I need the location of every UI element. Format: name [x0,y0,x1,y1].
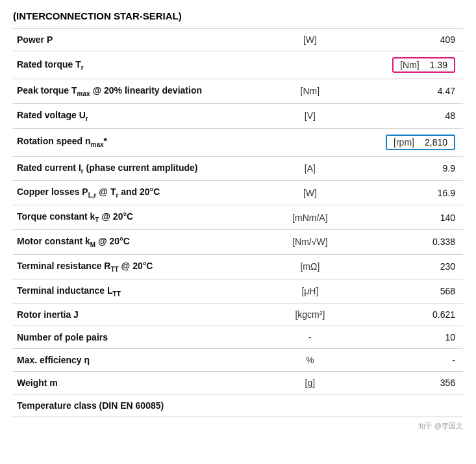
table-row: Temperature class (DIN EN 60085) [13,394,463,417]
row-unit: [μH] [260,279,359,303]
row-unit: [Nm] [394,58,426,71]
header-title: (INTERCONNECTION STAR-SERIAL) [13,10,463,21]
row-value: 356 [360,372,463,394]
table-row: Number of pole pairs-10 [13,326,463,349]
row-value [360,394,463,417]
row-name: Motor constant kM @ 20°C [13,229,260,254]
row-name: Rotation speed nmax* [13,128,260,156]
row-unit: % [260,349,359,372]
row-name: Power P [13,29,260,51]
row-value: 0.338 [360,229,463,254]
row-unit: [A] [260,156,359,181]
row-name: Terminal inductance LTT [13,279,260,303]
table-row: Max. efficiency η%- [13,349,463,372]
table-row: Terminal resistance RTT @ 20°C[mΩ]230 [13,254,463,279]
row-unit: [W] [260,181,359,205]
row-value: 140 [360,205,463,230]
row-name: Torque constant kT @ 20°C [13,205,260,230]
row-value: 0.621 [360,303,463,326]
table-row: Weight m[g]356 [13,372,463,394]
row-highlighted-cell: [rpm]2,810 [260,128,463,156]
table-row: Rated voltage Ur[V]48 [13,103,463,128]
row-name: Rotor inertia J [13,303,260,326]
table-row: Rated current Ir (phase current amplitud… [13,156,463,181]
row-unit [260,394,359,417]
row-unit: [g] [260,372,359,394]
row-value: 568 [360,279,463,303]
row-name: Temperature class (DIN EN 60085) [13,394,260,417]
row-value: 1.39 [426,58,454,71]
row-name: Rated current Ir (phase current amplitud… [13,156,260,181]
row-name: Rated voltage Ur [13,103,260,128]
row-name: Number of pole pairs [13,326,260,349]
row-name: Copper losses PL,r @ Tr and 20°C [13,181,260,205]
row-highlighted-cell: [Nm]1.39 [260,51,463,79]
table-row: Terminal inductance LTT[μH]568 [13,279,463,303]
row-value: 409 [360,29,463,51]
row-name: Max. efficiency η [13,349,260,372]
row-value: 48 [360,103,463,128]
table-row: Rotation speed nmax*[rpm]2,810 [13,128,463,156]
row-unit: [kgcm²] [260,303,359,326]
row-value: - [360,349,463,372]
table-row: Copper losses PL,r @ Tr and 20°C[W]16.9 [13,181,463,205]
row-value: 9.9 [360,156,463,181]
table-row: Rotor inertia J[kgcm²]0.621 [13,303,463,326]
row-unit: [mΩ] [260,254,359,279]
row-value: 10 [360,326,463,349]
row-unit: [Nm] [260,79,359,104]
row-unit: [rpm] [387,136,421,149]
table-row: Peak torque Tmax @ 20% linearity deviati… [13,79,463,104]
row-name: Weight m [13,372,260,394]
watermark: 知乎 @李国文 [13,421,463,431]
table-row: Power P[W]409 [13,29,463,51]
row-unit: [mNm/A] [260,205,359,230]
row-value: 230 [360,254,463,279]
row-value: 4.47 [360,79,463,104]
row-unit: [Nm/√W] [260,229,359,254]
row-unit: [V] [260,103,359,128]
table-row: Motor constant kM @ 20°C[Nm/√W]0.338 [13,229,463,254]
specs-table: Power P[W]409Rated torque Tr[Nm]1.39Peak… [13,28,463,417]
table-row: Torque constant kT @ 20°C[mNm/A]140 [13,205,463,230]
row-value: 2,810 [421,136,454,149]
row-name: Peak torque Tmax @ 20% linearity deviati… [13,79,260,104]
row-name: Rated torque Tr [13,51,260,79]
row-value: 16.9 [360,181,463,205]
row-name: Terminal resistance RTT @ 20°C [13,254,260,279]
row-unit: [W] [260,29,359,51]
row-unit: - [260,326,359,349]
table-row: Rated torque Tr[Nm]1.39 [13,51,463,79]
